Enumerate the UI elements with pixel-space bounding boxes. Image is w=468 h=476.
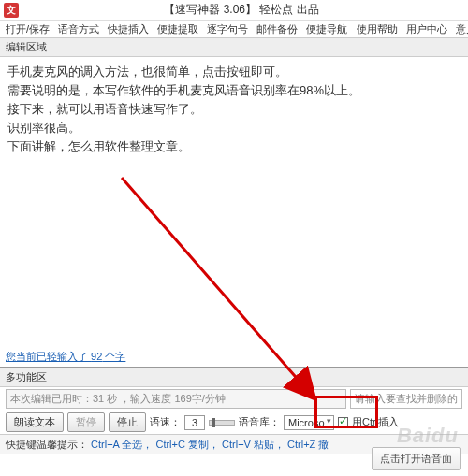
editor-line: 手机麦克风的调入方法，也很简单，点击按钮即可。: [7, 63, 461, 81]
editor-label: 编辑区域: [0, 37, 468, 57]
menu-mail[interactable]: 邮件备份: [256, 23, 298, 35]
editor-line: 接下来，就可以用语音快速写作了。: [7, 100, 461, 119]
open-voice-panel-button[interactable]: 点击打开语音面: [372, 447, 461, 470]
app-icon: 文: [4, 3, 19, 18]
menu-extract[interactable]: 便捷提取: [157, 23, 198, 35]
menu-bar: 打开/保存 语音方式 快捷插入 便捷提取 逐字句号 邮件备份 便捷导航 使用帮助…: [0, 21, 468, 37]
menu-sentence[interactable]: 逐字句号: [207, 23, 248, 35]
multi-area: 多功能区 本次编辑已用时：31 秒 ，输入速度 169字/分钟 请输入要查找并删…: [0, 367, 468, 454]
editor-line: 识别率很高。: [7, 119, 461, 137]
status-prefix: 您当前已轻输入了: [6, 351, 91, 362]
shortcut-c: Ctrl+C 复制，: [155, 439, 219, 450]
menu-open[interactable]: 打开/保存: [6, 23, 50, 35]
char-count-link[interactable]: 您当前已轻输入了 92 个字: [6, 351, 125, 362]
timing-box: 本次编辑已用时：31 秒 ，输入速度 169字/分钟: [6, 389, 346, 409]
menu-user[interactable]: 用户中心: [406, 23, 447, 35]
editor-line: 需要说明的是，本写作软件的手机麦克风语音识别率在98%以上。: [7, 81, 461, 100]
speed-value[interactable]: 3: [184, 415, 205, 430]
read-button[interactable]: 朗读文本: [6, 412, 64, 432]
shortcut-prefix: 快捷键温馨提示：: [6, 439, 88, 450]
menu-nav[interactable]: 便捷导航: [306, 23, 347, 35]
menu-voice[interactable]: 语音方式: [58, 23, 99, 35]
timing-row: 本次编辑已用时：31 秒 ，输入速度 169字/分钟 请输入要查找并删除的: [0, 387, 468, 411]
stop-button[interactable]: 停止: [109, 412, 146, 432]
search-hint[interactable]: 请输入要查找并删除的: [350, 389, 462, 409]
editor-area[interactable]: 手机麦克风的调入方法，也很简单，点击按钮即可。 需要说明的是，本写作软件的手机麦…: [0, 57, 468, 347]
status-suffix: 个字: [102, 351, 125, 362]
multi-label: 多功能区: [0, 368, 468, 387]
controls-row: 朗读文本 暂停 停止 语速： 3 语音库： Microso 用Ctrl插入: [0, 411, 468, 434]
menu-feedback[interactable]: 意见反馈: [456, 23, 468, 35]
shortcut-z: Ctrl+Z 撤: [287, 439, 329, 450]
menu-help[interactable]: 使用帮助: [357, 23, 398, 35]
status-line: 您当前已轻输入了 92 个字: [0, 347, 468, 367]
status-count: 92: [91, 351, 102, 362]
ctrl-checkbox[interactable]: [338, 417, 348, 427]
editor-line: 下面讲解，怎么用软件整理文章。: [7, 137, 461, 156]
ctrl-label: 用Ctrl插入: [352, 415, 399, 429]
title-bar: 文 【速写神器 3.06】 轻松点 出品: [0, 0, 468, 21]
menu-quickinsert[interactable]: 快捷插入: [108, 23, 149, 35]
shortcut-v: Ctrl+V 粘贴，: [222, 439, 285, 450]
voice-combo[interactable]: Microso: [284, 415, 334, 430]
pause-button[interactable]: 暂停: [67, 412, 105, 432]
window-title: 【速写神器 3.06】 轻松点 出品: [19, 2, 464, 18]
speed-label: 语速：: [150, 415, 181, 429]
speed-slider[interactable]: [209, 420, 235, 426]
shortcut-a: Ctrl+A 全选，: [91, 439, 153, 450]
voice-label: 语音库：: [239, 415, 280, 429]
